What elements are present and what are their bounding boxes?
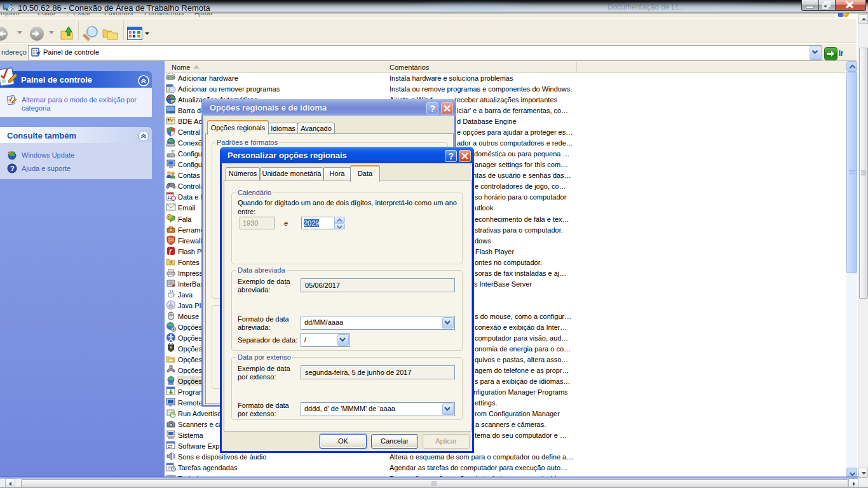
svg-text:?: ? <box>430 104 436 114</box>
svg-text:?: ? <box>449 151 454 161</box>
svg-text:?: ? <box>10 165 15 172</box>
svg-text:A: A <box>169 260 173 266</box>
